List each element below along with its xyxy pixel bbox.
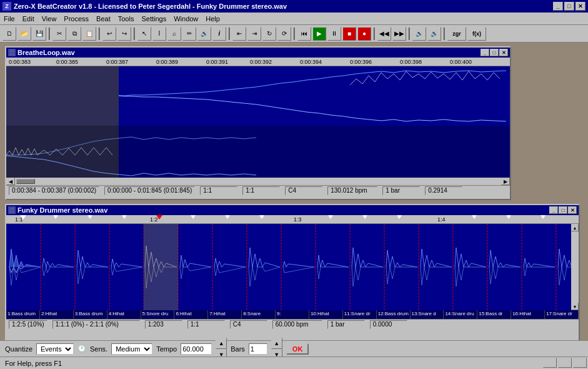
vol-down-btn[interactable]: 🔉	[412, 27, 426, 41]
pointer-btn[interactable]: ↖	[137, 27, 151, 41]
drum-maximize[interactable]: □	[559, 206, 567, 214]
ok-button[interactable]: OK	[286, 343, 309, 355]
breathe-beats: 1:1	[242, 186, 280, 195]
scroll-thumb[interactable]	[16, 179, 35, 184]
copy-btn[interactable]: ⧉	[67, 27, 81, 41]
bars-up-btn[interactable]: ▲	[271, 338, 282, 349]
breathe-close[interactable]: ✕	[499, 49, 508, 56]
breathe-minimize[interactable]: _	[481, 49, 489, 56]
beat-8: 8:Snare	[242, 310, 276, 319]
beat-1: 1:Bass drum	[6, 310, 40, 319]
beat-16: 16:Hihat	[511, 310, 545, 319]
drum-title: Funky Drummer stereo.wav	[17, 206, 107, 214]
close-btn[interactable]: ✕	[576, 2, 586, 11]
menu-beat[interactable]: Beat	[92, 14, 114, 24]
breathe-waveform[interactable]: ◀ ▶	[6, 66, 510, 185]
drum-close[interactable]: ✕	[568, 206, 577, 214]
vol-up-btn[interactable]: 🔊	[427, 27, 441, 41]
beat-15: 15:Bass dr	[477, 310, 511, 319]
scroll-right-btn[interactable]: ▶	[501, 178, 510, 185]
breathe-icon: 🎵	[8, 49, 16, 56]
bars-label: Bars	[231, 345, 245, 353]
main-area: 🎵 BreatheLoop.wav _ □ ✕ 0:00:383 0:00:38…	[0, 43, 588, 349]
resize-btn-1[interactable]	[543, 358, 557, 368]
fx-btn[interactable]: f(x)	[467, 27, 486, 41]
menu-settings[interactable]: Settings	[137, 14, 170, 24]
beat-11: 11:Snare dr	[343, 310, 377, 319]
ruler-mark-3: 0:00:389	[156, 59, 178, 65]
vscroll-track	[572, 231, 577, 303]
magnify-btn[interactable]: ⌕	[167, 27, 181, 41]
breathe-scrollbar[interactable]: ◀ ▶	[6, 178, 510, 185]
menu-file[interactable]: File	[0, 14, 19, 24]
scroll-left-btn[interactable]: ◀	[6, 178, 15, 185]
breathe-value: 0.2914	[425, 186, 462, 195]
marker-w6	[259, 215, 264, 219]
breathe-waveform-top	[6, 66, 510, 126]
undo-btn[interactable]: ↩	[102, 27, 116, 41]
minimize-btn[interactable]: _	[553, 2, 563, 11]
ruler-mark-2: 0:00:387	[106, 59, 128, 65]
skip-fwd-btn[interactable]: ⇥	[247, 27, 261, 41]
menu-help[interactable]: Help	[202, 14, 224, 24]
speaker-btn[interactable]: 🔊	[197, 27, 211, 41]
scroll-track	[16, 179, 500, 184]
menu-window[interactable]: Window	[170, 14, 202, 24]
cut-btn[interactable]: ✂	[52, 27, 66, 41]
loop-btn[interactable]: ↻	[262, 27, 276, 41]
app-icon: Z	[2, 2, 11, 11]
skip-back-btn[interactable]: ⇤	[232, 27, 246, 41]
redo-btn[interactable]: ↪	[117, 27, 131, 41]
save-btn[interactable]: 💾	[32, 27, 46, 41]
menu-view[interactable]: View	[38, 14, 61, 24]
sep1	[49, 28, 50, 40]
menu-tools[interactable]: Tools	[114, 14, 138, 24]
ibeam-btn[interactable]: I	[152, 27, 166, 41]
marker-w1	[53, 215, 58, 219]
breathe-key: C4	[285, 186, 322, 195]
loop2-btn[interactable]: ⟳	[277, 27, 291, 41]
next-btn[interactable]: ▶▶	[392, 27, 406, 41]
beat-9: 9:	[276, 310, 309, 319]
vscroll-up[interactable]: ▲	[571, 224, 579, 231]
stop-btn[interactable]: ■	[342, 27, 356, 41]
bars-input[interactable]: 1	[249, 343, 267, 355]
beat-3: 3:Bass drum	[74, 310, 107, 319]
title-controls: _ □ ✕	[553, 2, 586, 11]
quantize-label: Quantize	[5, 345, 32, 353]
quantize-select[interactable]: Events 1/4 1/8	[36, 343, 74, 355]
zgr-btn[interactable]: zgr	[447, 27, 466, 41]
open-btn[interactable]: 📂	[17, 27, 31, 41]
sens-select[interactable]: Medium Low High	[111, 343, 152, 355]
menu-process[interactable]: Process	[60, 14, 92, 24]
vscroll-down[interactable]: ▼	[571, 303, 579, 310]
paste-btn[interactable]: 📋	[82, 27, 96, 41]
sep4	[229, 28, 230, 40]
pause-btn[interactable]: ⏸	[327, 27, 341, 41]
drum-vscrollbar[interactable]: ▲ ▼	[571, 224, 579, 310]
sens-clock-icon: 🕐	[77, 345, 86, 353]
menu-edit[interactable]: Edit	[19, 14, 38, 24]
breathe-controls: _ □ ✕	[481, 49, 508, 56]
drum-minimize[interactable]: _	[549, 206, 558, 214]
record-btn[interactable]: ●	[357, 27, 371, 41]
breathe-ruler: 0:00:383 0:00:385 0:00:387 0:00:389 0:00…	[6, 58, 510, 66]
tempo-input[interactable]: 60.000	[181, 343, 212, 355]
breathe-maximize[interactable]: □	[490, 49, 499, 56]
tempo-label: Tempo	[156, 345, 177, 353]
resize-btn-3[interactable]	[573, 358, 587, 368]
marker-w11	[506, 215, 511, 219]
tempo-up-btn[interactable]: ▲	[216, 338, 227, 349]
pen-btn[interactable]: ✏	[182, 27, 196, 41]
sep6	[374, 28, 375, 40]
resize-btn-2[interactable]	[558, 358, 572, 368]
breathe-position: 0:00:000 - 0:01:845 (0:01:845)	[104, 186, 195, 195]
new-btn[interactable]: 🗋	[2, 27, 16, 41]
play-btn[interactable]: ▶	[312, 27, 326, 41]
maximize-btn[interactable]: □	[564, 2, 574, 11]
drum-waveform[interactable]: ▲ ▼	[6, 224, 579, 310]
drum-selection: 1:2:5 (10%)	[9, 320, 47, 329]
to-start-btn[interactable]: ⏮	[297, 27, 311, 41]
prev-btn[interactable]: ◀◀	[377, 27, 391, 41]
info-btn[interactable]: i	[212, 27, 226, 41]
